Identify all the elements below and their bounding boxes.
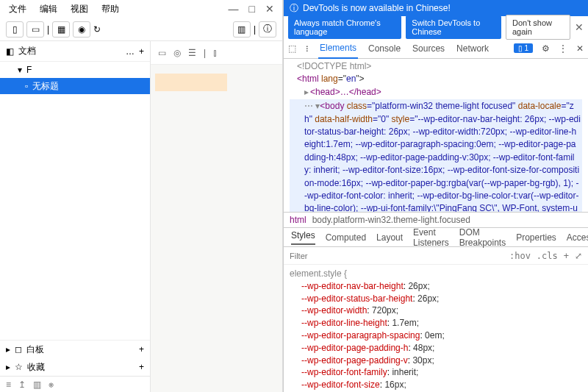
menu-edit[interactable]: 编辑 — [34, 1, 63, 17]
dont-show-button[interactable]: Don't show again — [506, 15, 570, 40]
editor-pane: ▭ ◎ ☰ | ⫿ — [151, 41, 282, 392]
grid-icon[interactable]: ▥ — [33, 379, 41, 390]
page-icon[interactable]: ▭ — [158, 48, 166, 58]
switch-language-button[interactable]: Switch DevTools to Chinese — [406, 15, 501, 39]
app-window: 文件 编辑 视图 帮助 — □ ✕ ▯ ▭ | ▦ ◉ ↻ ▥ | ⓘ ◧ 文档 — [0, 0, 283, 392]
tab-styles[interactable]: Styles — [291, 230, 315, 245]
tab-properties[interactable]: Properties — [516, 232, 556, 243]
camera-icon[interactable]: ◎ — [173, 48, 181, 58]
sidebar-title: 文档 — [18, 45, 36, 57]
sidebar-header: ◧ 文档 … + — [0, 41, 150, 62]
hov-toggle[interactable]: :hov — [509, 251, 531, 261]
gear-icon[interactable]: ⎈ — [49, 379, 54, 390]
maximize-icon[interactable]: □ — [249, 3, 255, 15]
tab-sources[interactable]: Sources — [411, 39, 446, 58]
css-declaration[interactable]: --wp-editor-nav-bar-height: 26px; — [290, 280, 582, 293]
close-icon[interactable]: ✕ — [265, 3, 274, 15]
tree-file-selected[interactable]: ▫ 无标题 — [0, 78, 150, 94]
doctype: <!DOCTYPE html> — [290, 60, 582, 73]
inspect-icon[interactable]: ⬚ — [288, 43, 296, 54]
close-icon[interactable]: ✕ — [575, 21, 584, 33]
sidebar-footer: ▸ ◻ 白板 + ▸ ☆ 收藏 + — [0, 340, 150, 376]
board-button[interactable]: ▥ — [233, 21, 251, 38]
html-tag[interactable]: <html lang="en"> — [290, 73, 582, 85]
filter-input[interactable] — [290, 252, 503, 260]
css-declaration[interactable]: --wp-editor-font-size: 16px; — [290, 379, 582, 391]
menu-file[interactable]: 文件 — [3, 1, 32, 17]
chevron-down-icon: ▾ — [18, 65, 22, 75]
css-declaration[interactable]: --wp-editor-page-padding-h: 48px; — [290, 342, 582, 354]
css-declaration[interactable]: --wp-editor-status-bar-height: 26px; — [290, 293, 582, 305]
tab-console[interactable]: Console — [367, 39, 402, 58]
menu-help[interactable]: 帮助 — [96, 1, 125, 17]
divider-icon: | — [204, 48, 206, 58]
tab-elements[interactable]: Elements — [318, 38, 358, 59]
sidebar-favorites[interactable]: ▸ ☆ 收藏 + — [0, 358, 150, 376]
styles-pane[interactable]: element.style { --wp-editor-nav-bar-heig… — [284, 265, 588, 392]
panel-icon: ◧ — [6, 46, 14, 57]
info-button[interactable]: ⓘ — [259, 21, 276, 38]
styles-filter: :hov .cls + ⤢ — [284, 247, 588, 265]
css-declaration[interactable]: --wp-editor-width: 720px; — [290, 304, 582, 317]
css-declaration[interactable]: --wp-editor-paragraph-spacing: 0em; — [290, 329, 582, 342]
add-icon[interactable]: + — [139, 46, 144, 57]
crumb-html[interactable]: html — [290, 215, 306, 225]
eye-button[interactable]: ◉ — [73, 21, 90, 38]
window-controls: — □ ✕ — [165, 0, 283, 18]
editor-toolbar: ▭ ◎ ☰ | ⫿ — [151, 41, 282, 65]
divider-icon: | — [254, 24, 256, 35]
match-language-button[interactable]: Always match Chrome's language — [288, 15, 401, 39]
gear-icon[interactable]: ⚙ — [542, 43, 550, 54]
label: 白板 — [26, 343, 44, 356]
css-declaration[interactable]: --wp-editor-font-family: inherit; — [290, 366, 582, 379]
menu-view[interactable]: 视图 — [65, 1, 94, 17]
file-tree: ▾ F ▫ 无标题 — [0, 62, 150, 340]
css-declaration[interactable]: --wp-editor-line-height: 1.7em; — [290, 317, 582, 329]
breadcrumb[interactable]: html body.platform-win32.theme-light.foc… — [284, 212, 588, 228]
cls-toggle[interactable]: .cls — [537, 251, 558, 261]
columns-icon[interactable]: ⫿ — [213, 48, 218, 58]
info-icon: ⓘ — [290, 2, 298, 15]
divider-icon: | — [47, 24, 49, 35]
tab-accessibility[interactable]: Accessibility — [567, 232, 588, 243]
refresh-icon[interactable]: ↻ — [93, 24, 101, 35]
more-icon[interactable]: ⋮ — [559, 43, 567, 54]
close-icon[interactable]: ✕ — [576, 43, 584, 54]
tab-network[interactable]: Network — [455, 39, 490, 58]
head-tag[interactable]: ▸<head>…</head> — [290, 86, 582, 99]
body-tag-selected[interactable]: ⋯ ▾<body class="platform-win32 theme-lig… — [290, 99, 582, 212]
grid-button[interactable]: ▦ — [52, 21, 70, 38]
messages-badge[interactable]: ▯ 1 — [514, 43, 533, 53]
sidebar-whiteboard[interactable]: ▸ ◻ 白板 + — [0, 341, 150, 358]
highlight-overlay — [155, 74, 227, 91]
css-declaration[interactable]: --wp-editor-page-padding-v: 30px; — [290, 354, 582, 367]
crumb-body[interactable]: body.platform-win32.theme-light.focused — [312, 215, 470, 225]
tab-layout[interactable]: Layout — [376, 232, 403, 243]
selector: element.style { — [290, 268, 582, 280]
tab-event-listeners[interactable]: Event Listeners — [413, 227, 449, 248]
label: 收藏 — [27, 361, 45, 374]
more-icon[interactable]: … — [126, 46, 135, 57]
banner-actions: Always match Chrome's language Switch De… — [284, 16, 588, 38]
tab-computed[interactable]: Computed — [326, 232, 366, 243]
tab-dom-breakpoints[interactable]: DOM Breakpoints — [459, 227, 506, 248]
tree-folder[interactable]: ▾ F — [0, 62, 150, 78]
layout-full-button[interactable]: ▭ — [26, 21, 44, 38]
minimize-icon[interactable]: — — [229, 3, 239, 15]
star-icon: ☆ — [15, 362, 23, 372]
add-icon[interactable]: + — [139, 344, 144, 354]
layout-left-button[interactable]: ▯ — [6, 21, 24, 38]
tree-label: F — [26, 65, 32, 75]
outline-icon[interactable]: ☰ — [188, 48, 196, 58]
add-rule-icon[interactable]: + — [564, 251, 569, 261]
expand-icon[interactable]: ⤢ — [575, 251, 582, 261]
device-icon[interactable]: ⫶ — [305, 43, 309, 54]
dom-tree[interactable]: <!DOCTYPE html> <html lang="en"> ▸<head>… — [284, 59, 588, 212]
add-icon[interactable]: + — [139, 362, 144, 372]
upload-icon[interactable]: ↥ — [18, 379, 26, 390]
list-icon[interactable]: ≡ — [6, 379, 11, 390]
sidebar: ◧ 文档 … + ▾ F ▫ 无标题 ▸ ◻ 白 — [0, 41, 151, 392]
editor-body[interactable] — [151, 65, 282, 392]
chevron-right-icon: ▸ — [6, 362, 10, 372]
devtools-banner: ⓘ DevTools is now available in Chinese! — [284, 0, 588, 16]
